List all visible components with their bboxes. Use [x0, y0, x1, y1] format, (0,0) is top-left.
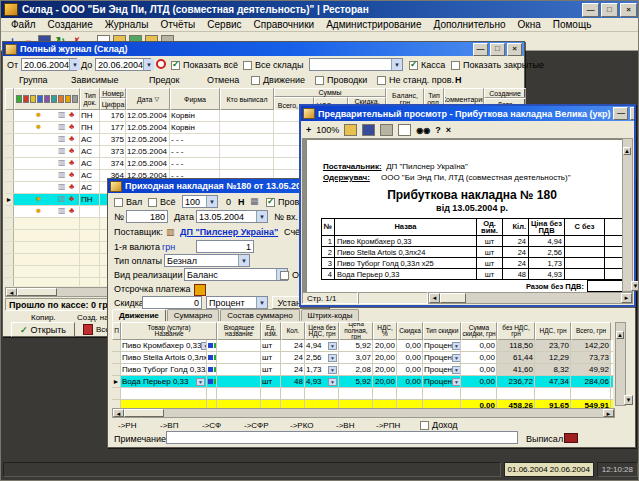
cancel-button[interactable]: Отмена [207, 75, 239, 85]
col-sum-novat[interactable]: без НДС, грн [497, 322, 535, 340]
show-all-checkbox[interactable]: Показать всё [171, 60, 238, 70]
tab-movement[interactable]: Движение [112, 309, 166, 321]
grid-icon[interactable]: ▦ [250, 196, 259, 206]
tab-barcodes[interactable]: Штрих-коды [301, 309, 360, 321]
col-number[interactable]: Номер Цифра [100, 88, 126, 110]
date-combo[interactable]: 13.05.2004 [196, 210, 268, 223]
menu-administration[interactable]: Администрирование [320, 19, 427, 30]
col-unit[interactable]: Ед. изм. [261, 322, 281, 340]
note-input[interactable] [166, 431, 518, 444]
menu-windows[interactable]: Окна [511, 19, 546, 30]
dependent-button[interactable]: Зависимые [71, 75, 118, 85]
warehouse-combo[interactable] [309, 58, 403, 71]
invoice-row-empty[interactable] [112, 388, 613, 400]
menu-help[interactable]: Помощь [547, 19, 598, 30]
col-disc[interactable]: Скидка [397, 322, 423, 340]
discount-type-combo[interactable]: Процент [206, 296, 268, 309]
postings-checkbox[interactable]: Проводки [315, 75, 367, 85]
lock-icon[interactable] [51, 95, 57, 103]
invoice-row-selected[interactable]: ► Вода Перьер 0,33 шт 48 4,93 5,92 20,00… [112, 376, 613, 388]
preview-titlebar[interactable]: Предварительный просмотр - Прибуткова на… [301, 106, 634, 121]
invoice-row[interactable]: Пиво Stella Artois 0,3лх24 шт 24 2,56 3,… [112, 352, 613, 364]
menu-create[interactable]: Создание [42, 19, 99, 30]
journal-close-button[interactable]: × [507, 43, 522, 56]
clock-icon[interactable] [156, 59, 166, 69]
col-sum-vat[interactable]: НДС, грн [535, 322, 571, 340]
invoice-row[interactable]: Пиво Туборг Голд 0,33л х25 шт 24 1,73 2,… [112, 364, 613, 376]
num-input[interactable]: 180 [126, 210, 168, 223]
issued-by-icon[interactable] [564, 433, 578, 443]
journal-titlebar[interactable]: Полный журнал (Склад) — □ × [3, 42, 524, 56]
close-preview-icon[interactable]: × [446, 125, 451, 135]
preview-minimize-button[interactable]: — [613, 107, 628, 120]
currency-input[interactable]: 1 [196, 240, 254, 253]
zoom-level[interactable]: 100% [316, 125, 339, 135]
action-vp[interactable]: ->ВП [160, 421, 178, 430]
preview-vscrollbar[interactable]: ▲▼ [622, 138, 633, 292]
find-icon[interactable]: ◉◉ [416, 126, 430, 135]
currency-checkbox[interactable]: Вал [114, 197, 142, 207]
col-price-novat[interactable]: Цена без НДС, грн [305, 322, 339, 340]
page-icon[interactable] [398, 124, 411, 136]
print-icon[interactable] [380, 124, 393, 136]
parent-button[interactable]: Предок [149, 75, 179, 85]
bell-icon[interactable] [65, 95, 71, 103]
menu-reports[interactable]: Отчёты [154, 19, 201, 30]
invoice-vscrollbar[interactable]: ▲▼ [615, 322, 626, 406]
urgent-icon[interactable] [23, 95, 29, 103]
movement-checkbox[interactable]: Движение [251, 75, 305, 85]
tab-summary[interactable]: Суммарно [167, 309, 219, 321]
supplier-link[interactable]: ДП "Пилснер Украіна" [180, 227, 278, 237]
menu-journals[interactable]: Журналы [99, 19, 155, 30]
tab-composition[interactable]: Состав суммарно [220, 309, 299, 321]
col-sum-total[interactable]: Всего, грн [571, 322, 611, 340]
open-icon[interactable] [344, 124, 357, 136]
all-checkbox[interactable]: Всё [148, 197, 176, 207]
col-disc-type[interactable]: Тип скидки [423, 322, 461, 340]
preview-hscrollbar[interactable]: ◄► [428, 292, 633, 304]
preview-maximize-button[interactable]: □ [630, 107, 634, 120]
minimize-button[interactable]: — [582, 3, 599, 17]
col-qty[interactable]: Кол. [281, 322, 305, 340]
action-vn[interactable]: ->ВН [336, 421, 354, 430]
save-icon[interactable] [362, 124, 375, 136]
date-from-combo[interactable]: 20.06.2004 [21, 58, 77, 71]
discount-input[interactable]: 0 [142, 296, 202, 309]
copy-button[interactable]: Копир. [31, 313, 56, 322]
col-price-full[interactable]: Цена полная, грн [339, 322, 373, 340]
maximize-button[interactable]: □ [601, 3, 618, 17]
menu-file[interactable]: Файл [5, 19, 42, 30]
flag-icon[interactable] [58, 95, 64, 103]
open-button[interactable]: ✓ Открыть [11, 322, 75, 337]
income-checkbox[interactable]: Доход [420, 420, 458, 430]
col-doc-type[interactable]: Тип док. [80, 88, 100, 110]
docs-icon[interactable] [72, 95, 78, 103]
menu-service[interactable]: Сервис [201, 19, 247, 30]
journal-minimize-button[interactable]: — [473, 43, 488, 56]
col-vat-pct[interactable]: НДС, % [373, 322, 397, 340]
pan-icon[interactable]: + [306, 125, 311, 135]
invoice-hscrollbar[interactable]: ◄► [112, 408, 615, 418]
group-button[interactable]: Группа [19, 75, 48, 85]
select-icon[interactable] [16, 95, 22, 103]
attach-icon[interactable] [37, 95, 43, 103]
trash-icon[interactable] [30, 95, 36, 103]
kassa-checkbox[interactable]: Касса [409, 60, 445, 70]
help-icon[interactable]: ? [435, 125, 441, 135]
realization-combo[interactable]: Баланс [184, 268, 288, 281]
pay-type-combo[interactable]: Безнал [164, 254, 250, 267]
col-in-name[interactable]: Входящее название [217, 322, 261, 340]
col-issuer[interactable]: Кто выписал [220, 88, 274, 110]
invoice-row[interactable]: Пиво Кромбахер 0,33 шт 24 4,94 5,92 20,0… [112, 340, 613, 352]
delay-icon[interactable] [194, 284, 206, 296]
main-titlebar[interactable]: Склад - ООО "Би Энд Пи, ЛТД (совместная … [1, 1, 639, 18]
date-to-combo[interactable]: 20.06.2004 [95, 58, 151, 71]
action-sf[interactable]: ->СФ [202, 421, 221, 430]
action-sfr[interactable]: ->СФР [244, 421, 269, 430]
chart-icon[interactable] [44, 95, 50, 103]
scale-combo[interactable]: 100 [182, 195, 218, 208]
col-firm[interactable]: Фирма [170, 88, 220, 110]
action-rn[interactable]: ->РН [118, 421, 136, 430]
nonstandard-checkbox[interactable]: Не станд. пров. [377, 75, 454, 85]
col-item[interactable]: Товар (услуга)Название [121, 322, 217, 340]
